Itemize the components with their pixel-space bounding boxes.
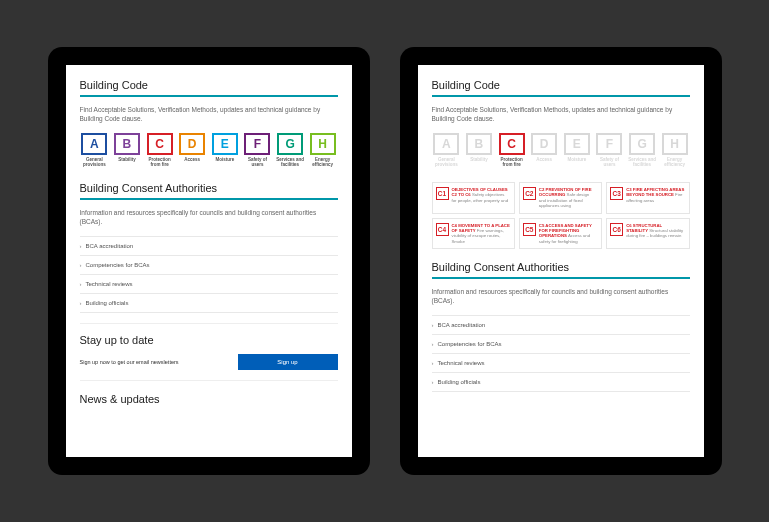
tile-e[interactable]: EMoisture <box>210 133 240 168</box>
list-item[interactable]: ›Competencies for BCAs <box>80 255 338 274</box>
tile-label: Services and facilities <box>627 158 657 168</box>
news-updates-heading: News & updates <box>80 393 160 405</box>
building-code-intro: Find Acceptable Solutions, Verification … <box>80 105 338 123</box>
list-item-label: Competencies for BCAs <box>438 341 502 347</box>
list-item[interactable]: ›BCA accreditation <box>80 236 338 255</box>
tile-b[interactable]: BStability <box>112 133 142 168</box>
tile-h[interactable]: HEnergy efficiency <box>660 133 690 168</box>
bca-link-list: ›BCA accreditation ›Competencies for BCA… <box>432 315 690 392</box>
list-item[interactable]: ›Technical reviews <box>80 274 338 293</box>
list-item-label: BCA accreditation <box>438 322 486 328</box>
subclause-icon: C5 <box>523 223 536 236</box>
tile-label: Energy efficiency <box>660 158 690 168</box>
tile-c-active[interactable]: CProtection from fire <box>497 133 527 168</box>
tile-label: Access <box>529 158 559 163</box>
divider-thin <box>80 323 338 324</box>
chevron-right-icon: › <box>80 262 82 268</box>
tile-letter: D <box>531 133 557 155</box>
subclause-c4[interactable]: C4C4 Movement to a place of safety Fire … <box>432 218 515 249</box>
tile-letter: A <box>81 133 107 155</box>
tile-label: General provisions <box>432 158 462 168</box>
list-item[interactable]: ›Technical reviews <box>432 353 690 372</box>
chevron-right-icon: › <box>80 300 82 306</box>
tile-c[interactable]: CProtection from fire <box>145 133 175 168</box>
tile-label: Moisture <box>562 158 592 163</box>
divider-teal <box>80 198 338 200</box>
screen-left: Building Code Find Acceptable Solutions,… <box>66 65 352 457</box>
tile-a[interactable]: AGeneral provisions <box>80 133 110 168</box>
tile-letter: C <box>499 133 525 155</box>
tile-h[interactable]: HEnergy efficiency <box>308 133 338 168</box>
tile-d[interactable]: DAccess <box>529 133 559 168</box>
subclause-grid: C1Objectives of clauses C2 to C6 Safety … <box>432 182 690 249</box>
building-code-intro: Find Acceptable Solutions, Verification … <box>432 105 690 123</box>
tile-g[interactable]: GServices and facilities <box>275 133 305 168</box>
tile-d[interactable]: DAccess <box>177 133 207 168</box>
bca-heading: Building Consent Authorities <box>432 261 690 273</box>
code-tiles: AGeneral provisions BStability CProtecti… <box>432 133 690 168</box>
subclause-c5[interactable]: C5C5 Access and safety for firefighting … <box>519 218 602 249</box>
tablet-right: Building Code Find Acceptable Solutions,… <box>400 47 722 475</box>
tile-letter: E <box>212 133 238 155</box>
tile-letter: B <box>114 133 140 155</box>
tile-letter: H <box>310 133 336 155</box>
subclause-text: C5 Access and safety for firefighting op… <box>539 223 597 244</box>
divider-teal <box>432 277 690 279</box>
subclause-text: C3 Fire affecting areas beyond the sourc… <box>626 187 684 203</box>
tile-letter: D <box>179 133 205 155</box>
signup-text: Sign up now to get our email newsletters <box>80 359 179 365</box>
screen-right: Building Code Find Acceptable Solutions,… <box>418 65 704 457</box>
subclause-icon: C2 <box>523 187 536 200</box>
subclause-c6[interactable]: C6C6 Structural stability Structural sta… <box>606 218 689 249</box>
divider-teal <box>80 95 338 97</box>
subclause-c2[interactable]: C2C2 Prevention of fire occurring Safe d… <box>519 182 602 213</box>
subclause-icon: C1 <box>436 187 449 200</box>
tile-label: Moisture <box>210 158 240 163</box>
tile-g[interactable]: GServices and facilities <box>627 133 657 168</box>
tile-letter: H <box>662 133 688 155</box>
divider-thin <box>80 380 338 381</box>
list-item[interactable]: ›BCA accreditation <box>432 315 690 334</box>
tile-a[interactable]: AGeneral provisions <box>432 133 462 168</box>
list-item-label: Technical reviews <box>86 281 133 287</box>
list-item[interactable]: ›Competencies for BCAs <box>432 334 690 353</box>
tile-letter: G <box>629 133 655 155</box>
tile-letter: B <box>466 133 492 155</box>
tile-label: Safety of users <box>243 158 273 168</box>
tile-f[interactable]: FSafety of users <box>243 133 273 168</box>
chevron-right-icon: › <box>432 322 434 328</box>
tile-label: Protection from fire <box>145 158 175 168</box>
chevron-right-icon: › <box>80 243 82 249</box>
tile-label: Stability <box>464 158 494 163</box>
subclause-c1[interactable]: C1Objectives of clauses C2 to C6 Safety … <box>432 182 515 213</box>
chevron-right-icon: › <box>432 379 434 385</box>
tile-f[interactable]: FSafety of users <box>595 133 625 168</box>
list-item[interactable]: ›Building officials <box>432 372 690 392</box>
divider-teal <box>432 95 690 97</box>
signup-button[interactable]: Sign up <box>238 354 338 370</box>
tile-letter: A <box>433 133 459 155</box>
tablet-left: Building Code Find Acceptable Solutions,… <box>48 47 370 475</box>
tile-letter: C <box>147 133 173 155</box>
tile-e[interactable]: EMoisture <box>562 133 592 168</box>
tile-label: Energy efficiency <box>308 158 338 168</box>
tile-label: Services and facilities <box>275 158 305 168</box>
subclause-text: C2 Prevention of fire occurring Safe des… <box>539 187 597 208</box>
list-item[interactable]: ›Building officials <box>80 293 338 313</box>
list-item-label: Building officials <box>86 300 129 306</box>
subclause-text: Objectives of clauses C2 to C6 Safety ob… <box>452 187 510 203</box>
subclause-icon: C3 <box>610 187 623 200</box>
tile-b[interactable]: BStability <box>464 133 494 168</box>
subclause-icon: C6 <box>610 223 623 236</box>
subclause-c3[interactable]: C3C3 Fire affecting areas beyond the sou… <box>606 182 689 213</box>
subclause-text: C6 Structural stability Structural stabi… <box>626 223 684 239</box>
building-code-heading: Building Code <box>80 79 338 91</box>
tile-label: Protection from fire <box>497 158 527 168</box>
chevron-right-icon: › <box>80 281 82 287</box>
list-item-label: Technical reviews <box>438 360 485 366</box>
tile-label: Safety of users <box>595 158 625 168</box>
tile-letter: G <box>277 133 303 155</box>
tile-label: Stability <box>112 158 142 163</box>
list-item-label: Competencies for BCAs <box>86 262 150 268</box>
chevron-right-icon: › <box>432 360 434 366</box>
